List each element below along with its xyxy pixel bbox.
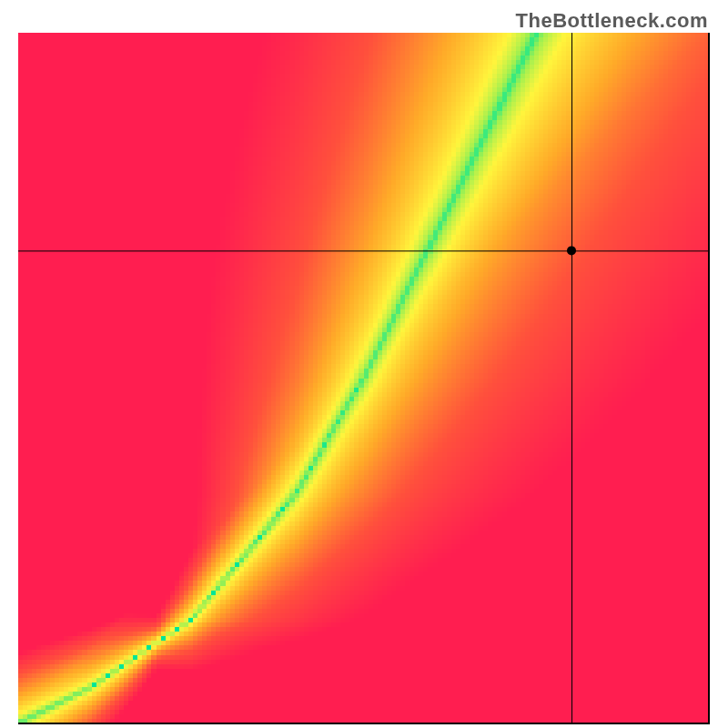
watermark-text: TheBottleneck.com: [516, 9, 708, 33]
heatmap-plot: [18, 33, 710, 724]
heatmap-canvas: [18, 33, 710, 724]
